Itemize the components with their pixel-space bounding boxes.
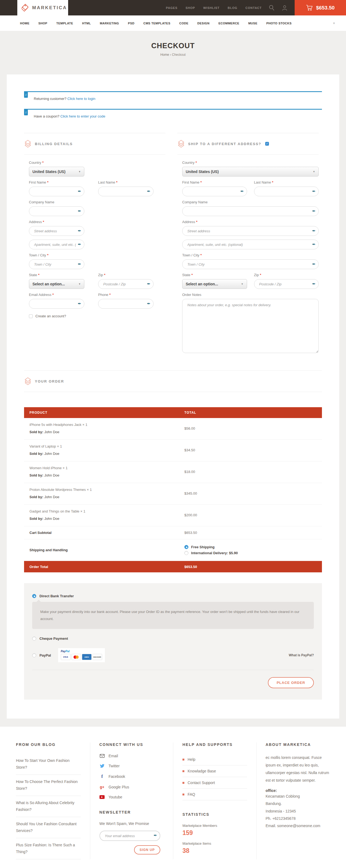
blog-post-link[interactable]: How To Start Your Own Fashion Store? (16, 754, 81, 775)
state-select[interactable]: Select an option...▼ (182, 279, 247, 289)
category-link-html[interactable]: HTML (82, 22, 91, 25)
town-city-input[interactable] (182, 259, 319, 269)
shipping-option-international-delivery-5-90[interactable]: International Delivery: $5.90 (184, 551, 322, 555)
about-text: ec mollis lorem consequat. Fusce ipsum e… (266, 754, 330, 784)
radio-icon[interactable] (32, 594, 36, 598)
last-name-input[interactable] (98, 187, 153, 196)
blog-post-link[interactable]: What is So Alluring About Celebrity Fash… (16, 796, 81, 817)
category-link-ecommerce[interactable]: ECOMMERCE (218, 22, 239, 25)
top-nav-link-pages[interactable]: PAGES (166, 6, 178, 9)
field-label: Town / City * (182, 253, 319, 257)
what-is-paypal-link[interactable]: What is PayPal? (289, 653, 314, 657)
place-order-button[interactable]: PLACE ORDER (268, 677, 314, 688)
statistics-heading: STATISTICS (182, 812, 247, 816)
help-link-knowladge-base[interactable]: Knowladge Base (182, 765, 247, 777)
zip-input[interactable] (254, 279, 319, 289)
address-input[interactable] (29, 226, 84, 236)
help-link-help[interactable]: Help (182, 754, 247, 765)
category-link-design[interactable]: DESIGN (197, 22, 209, 25)
info-icon: i (24, 110, 28, 115)
layers-icon (25, 377, 31, 385)
payment-method-cheque-payment[interactable]: Cheque Payment (32, 637, 314, 641)
payment-method-paypal[interactable]: PayPalPayPalVISAAMEXDISCOVERWhat is PayP… (32, 648, 314, 662)
payment-method: Direct Bank TransferMake your payment di… (32, 594, 314, 629)
category-link-marketing[interactable]: MARKETING (100, 22, 119, 25)
state-select[interactable]: Select an option...▼ (29, 279, 84, 289)
create-account-row[interactable]: Create an account? (24, 314, 166, 318)
payment-method-direct-bank-transfer[interactable]: Direct Bank Transfer (32, 594, 314, 598)
top-nav-link-blog[interactable]: BLOG (228, 6, 237, 9)
top-nav-link-shop[interactable]: SHOP (186, 6, 195, 9)
address-input[interactable] (182, 226, 319, 236)
category-link-home[interactable]: HOME (20, 22, 30, 25)
newsletter-email-input[interactable] (100, 831, 160, 841)
form-field: Email Address *✒ (29, 293, 84, 309)
sign-up-button[interactable]: SIGN UP (134, 845, 160, 855)
category-link-shop[interactable]: SHOP (38, 22, 47, 25)
social-link-email[interactable]: Email (100, 754, 164, 758)
help-link-faq[interactable]: FAQ (182, 789, 247, 800)
twitter-icon (100, 764, 105, 768)
social-label: Twitter (109, 764, 120, 768)
bullet-icon (182, 794, 184, 796)
shipping-option-free-shipping[interactable]: Free Shipping (184, 545, 322, 549)
form-field: Order Notes (182, 293, 319, 354)
logo[interactable]: MARKETICA (17, 0, 68, 16)
town-city-input[interactable] (29, 259, 84, 269)
top-nav-link-contact[interactable]: CONTACT (245, 6, 262, 9)
email-address-input[interactable] (29, 299, 84, 309)
user-icon[interactable] (282, 0, 288, 16)
top-nav-link-wishlist[interactable]: WISHLIST (203, 6, 220, 9)
stat-value: 159 (182, 829, 247, 837)
category-link-photo-stocks[interactable]: PHOTO STOCKS (266, 22, 292, 25)
help-link-contact-support[interactable]: Contact Support (182, 777, 247, 789)
social-link-facebook[interactable]: fFacebook (100, 774, 164, 779)
seller-name: John Doe (44, 452, 60, 456)
category-link-code[interactable]: CODE (179, 22, 188, 25)
product-total: $18.00 (179, 470, 322, 474)
form-field: First Name *✒ (29, 180, 84, 196)
notice-link[interactable]: Click here to enter your code (60, 114, 105, 118)
create-account-checkbox[interactable] (29, 314, 33, 318)
blog-post-link[interactable]: Plus Size Fashion: Is There Such a Thing… (16, 838, 81, 859)
category-link-template[interactable]: TEMPLATE (56, 22, 73, 25)
breadcrumb-home-link[interactable]: Home (160, 53, 169, 57)
blog-post-link[interactable]: Should You Use Fashion Consultant Servic… (16, 817, 81, 838)
cart-button[interactable]: $653.50 (295, 0, 346, 16)
form-field: Last Name *✒ (254, 180, 319, 196)
zip-input[interactable] (98, 279, 153, 289)
blog-post-link[interactable]: How To Choose The Perfect Fashion Store? (16, 775, 81, 796)
last-name-input[interactable] (254, 187, 319, 196)
radio-icon[interactable] (32, 653, 36, 657)
required-asterisk: * (200, 253, 202, 257)
social-link-youtube[interactable]: ▶Youtube (100, 795, 164, 799)
apartment-suite-unit-etc-optional-input[interactable] (29, 240, 84, 249)
country-select[interactable]: United States (US)▼ (29, 167, 84, 177)
phone-input[interactable] (98, 299, 153, 309)
social-link-google-plus[interactable]: g+Google Plus (100, 785, 164, 789)
apartment-suite-unit-etc-optional-input[interactable] (182, 240, 319, 249)
first-name-input[interactable] (182, 187, 247, 196)
country-select[interactable]: United States (US)▼ (182, 167, 319, 177)
form-field: Country *United States (US)▼ (182, 160, 319, 177)
radio-icon[interactable] (184, 545, 188, 549)
notice-link[interactable]: Click here to login (67, 97, 95, 101)
form-field: Last Name *✒ (98, 180, 153, 196)
first-name-input[interactable] (29, 187, 84, 196)
field-label: Town / City * (29, 253, 84, 257)
company-name-input[interactable] (182, 206, 319, 216)
search-icon[interactable] (269, 0, 275, 16)
radio-icon[interactable] (184, 551, 188, 555)
field-label: Order Notes (182, 293, 319, 297)
category-link-muse[interactable]: MUSE (248, 22, 257, 25)
double-chevron-icon[interactable]: » (332, 22, 336, 24)
social-link-twitter[interactable]: Twitter (100, 764, 164, 768)
category-link-psd[interactable]: PSD (128, 22, 134, 25)
company-name-input[interactable] (29, 206, 84, 216)
category-nav-links: HOMESHOPTEMPLATEHTMLMARKETINGPSDCMS TEMP… (20, 22, 292, 25)
radio-icon[interactable] (32, 637, 36, 641)
order-notes-textarea[interactable] (182, 299, 319, 353)
form-field: State *Select an option...▼ (182, 273, 247, 289)
category-link-cms-templates[interactable]: CMS TEMPLATES (143, 22, 170, 25)
ship-different-address-checkbox[interactable] (265, 142, 269, 146)
